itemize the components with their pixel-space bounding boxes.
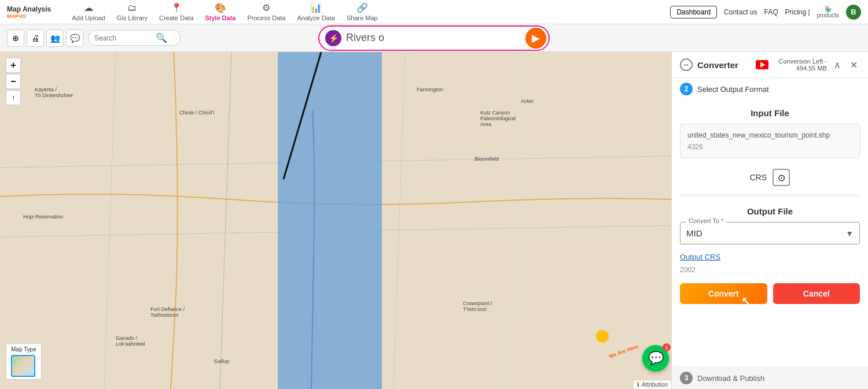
action-buttons: Convert ↖ Cancel bbox=[680, 283, 860, 304]
convert-to-group: Convert To * MID ▼ bbox=[680, 222, 860, 244]
nav-item-analyze-data[interactable]: 📊 Analyze Data bbox=[292, 1, 339, 23]
conversion-left-text: Conversion Left - 494.55 MB bbox=[773, 58, 827, 72]
nav-item-style-data[interactable]: 🎨 Style Data bbox=[200, 1, 240, 23]
convert-to-value: MID bbox=[686, 228, 703, 238]
map-label-farmington: Farmington bbox=[417, 87, 443, 92]
gis-library-icon: 🗂 bbox=[127, 3, 137, 13]
nav-item-gis-library[interactable]: 🗂 Gis Library bbox=[112, 2, 152, 23]
info-icon: ℹ bbox=[637, 381, 639, 388]
nav-item-share-map[interactable]: 🔗 Share Map bbox=[342, 1, 382, 23]
map-label-aztec: Aztec bbox=[521, 98, 534, 104]
products-icon: 🏪 bbox=[825, 6, 832, 12]
file-info-box: united_states_new_mexico_tourism_point.s… bbox=[680, 124, 860, 158]
north-button[interactable]: ↑ bbox=[6, 90, 21, 105]
svg-line-6 bbox=[509, 52, 521, 389]
output-crs-label[interactable]: Output CRS bbox=[680, 253, 860, 261]
share-map-icon: 🔗 bbox=[356, 2, 368, 13]
collapse-chevron-icon[interactable]: ∧ bbox=[832, 58, 843, 72]
attribution-label: Attribution bbox=[642, 381, 668, 388]
nav-item-create-data[interactable]: 📍 Create Data bbox=[155, 1, 198, 23]
map-label-kayenta: Kayenta /Tó Dinéeshzhee' bbox=[35, 87, 73, 98]
user-avatar[interactable]: B bbox=[846, 5, 861, 20]
style-data-icon: 🎨 bbox=[215, 2, 226, 13]
map-area[interactable]: Kayenta /Tó Dinéeshzhee' Chinle / Chíníl… bbox=[0, 52, 671, 389]
map-label-crownpoint: Crownpoint /T'iists'oozi bbox=[463, 301, 492, 312]
chat-bubble-button[interactable]: 💬 1 bbox=[642, 345, 669, 372]
input-section-title: Input File bbox=[680, 100, 860, 124]
logo-title: Map Analysis bbox=[7, 5, 51, 13]
map-label-hopi: Hopi Reservation bbox=[23, 214, 63, 220]
map-label-chinle: Chinle / Chíníl'í bbox=[179, 110, 215, 116]
svg-line-8 bbox=[284, 52, 321, 179]
print-button[interactable]: 🖨 bbox=[27, 29, 44, 47]
faq-link[interactable]: FAQ bbox=[764, 8, 778, 16]
output-crs-code: 2002 bbox=[680, 266, 860, 274]
select-arrow-icon: ▼ bbox=[845, 229, 854, 238]
crs-scan-button[interactable]: ⊙ bbox=[773, 169, 790, 186]
rivers-search-input[interactable] bbox=[346, 32, 521, 44]
search-icon: 🔍 bbox=[156, 32, 167, 43]
map-label-gallup: Gallup bbox=[214, 358, 229, 364]
search-input[interactable] bbox=[94, 34, 152, 42]
process-data-icon: ⚙ bbox=[262, 2, 270, 13]
svg-line-1 bbox=[0, 156, 671, 168]
cancel-btn-label: Cancel bbox=[803, 289, 830, 298]
pricing-link[interactable]: Pricing | bbox=[785, 8, 810, 16]
step3-label: Download & Publish bbox=[697, 374, 764, 383]
main-content: Kayenta /Tó Dinéeshzhee' Chinle / Chíníl… bbox=[0, 52, 868, 389]
converter-title: Converter bbox=[697, 60, 751, 70]
step2-number: 2 bbox=[680, 83, 693, 95]
map-label-ganado: Ganado /Lok'aahnteel bbox=[116, 335, 145, 347]
nav-item-process-data[interactable]: ⚙ Process Data bbox=[242, 1, 290, 23]
topnav-right: Dashboard Contact us FAQ Pricing | 🏪 pro… bbox=[670, 5, 861, 20]
close-icon[interactable]: ✕ bbox=[848, 58, 860, 72]
zoom-in-button[interactable]: + bbox=[6, 58, 21, 73]
nav-label-gis-library: Gis Library bbox=[117, 14, 148, 21]
step3-row[interactable]: 3 Download & Publish bbox=[672, 366, 868, 389]
cursor-icon: ↖ bbox=[741, 295, 750, 308]
step3-number: 3 bbox=[680, 372, 693, 384]
nav-label-share-map: Share Map bbox=[347, 14, 378, 21]
step2-row[interactable]: 2 Select Output Format bbox=[672, 78, 868, 100]
info-button[interactable]: 💬 bbox=[66, 29, 83, 47]
nav-label-analyze-data: Analyze Data bbox=[297, 14, 334, 21]
map-svg bbox=[0, 52, 671, 389]
zoom-out-button[interactable]: − bbox=[6, 74, 21, 89]
divider bbox=[680, 195, 860, 196]
convert-to-select[interactable]: MID ▼ bbox=[686, 225, 854, 242]
crs-row: CRS ⊙ bbox=[680, 164, 860, 191]
products-button[interactable]: 🏪 products bbox=[817, 6, 839, 18]
nav-label-style-data: Style Data bbox=[205, 14, 236, 21]
input-file-code: 4326 bbox=[687, 143, 852, 151]
rivers-go-button[interactable]: ▶ bbox=[525, 28, 546, 49]
cancel-button[interactable]: Cancel bbox=[773, 283, 860, 304]
svg-rect-0 bbox=[0, 52, 671, 389]
sidebar: ↔ Converter Conversion Left - 494.55 MB … bbox=[671, 52, 868, 389]
convert-button[interactable]: Convert ↖ bbox=[680, 283, 767, 304]
nav-item-add-upload[interactable]: ☁ Add Upload bbox=[67, 1, 110, 23]
svg-line-4 bbox=[220, 52, 231, 389]
step2-label: Select Output Format bbox=[697, 85, 769, 94]
nav-label-process-data: Process Data bbox=[247, 14, 285, 21]
add-upload-icon: ☁ bbox=[84, 2, 93, 13]
rivers-search-wrap: ⚡ ▶ bbox=[318, 25, 550, 51]
logo-sub: MAPVO bbox=[7, 13, 26, 19]
logo: Map Analysis MAPVO bbox=[7, 5, 51, 19]
contact-link[interactable]: Contact us bbox=[724, 8, 757, 16]
map-type-label: Map Type bbox=[11, 346, 36, 353]
dashboard-button[interactable]: Dashboard bbox=[670, 6, 717, 18]
convert-to-legend: Convert To * bbox=[686, 217, 726, 224]
map-type-thumbnail[interactable] bbox=[11, 355, 35, 377]
svg-line-3 bbox=[104, 52, 116, 389]
notification-badge: 1 bbox=[663, 343, 671, 351]
search-input-wrap[interactable]: 🔍 bbox=[88, 30, 181, 46]
zoom-to-extent-button[interactable]: ⊕ bbox=[7, 29, 24, 47]
youtube-icon[interactable] bbox=[756, 60, 768, 69]
we-are-here-watermark: We Are Here bbox=[608, 343, 639, 360]
map-tool-icons: ⊕ 🖨 👥 💬 bbox=[7, 29, 83, 47]
attribution-bar[interactable]: ℹ Attribution bbox=[634, 380, 671, 389]
map-label-bloomfield: Bloomfield bbox=[475, 156, 499, 162]
layers-button[interactable]: 👥 bbox=[46, 29, 64, 47]
nav-items: ☁ Add Upload 🗂 Gis Library 📍 Create Data… bbox=[67, 1, 659, 23]
map-type-panel[interactable]: Map Type bbox=[6, 343, 42, 380]
